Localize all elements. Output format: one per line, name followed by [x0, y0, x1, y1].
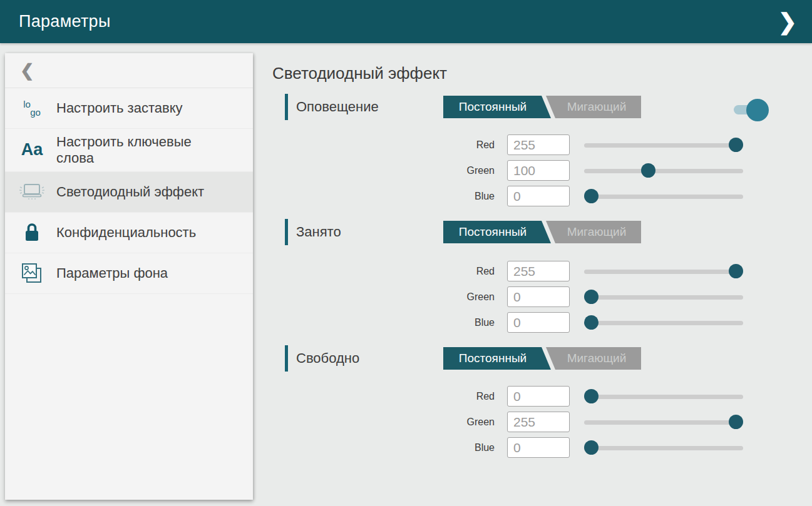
mode-segmented-control: Постоянный Мигающий [443, 96, 641, 118]
mode-constant-label: Постоянный [459, 352, 527, 365]
panel-title: Светодиодный эффект [272, 64, 447, 83]
slider-track [584, 321, 743, 325]
section-accent-bar [285, 219, 288, 245]
sidebar-item-label: Настроить ключевые слова [56, 134, 227, 166]
red-label: Red [285, 386, 495, 407]
green-input[interactable] [507, 160, 570, 181]
section-header: Оповещение [285, 94, 379, 120]
blue-input[interactable] [507, 186, 570, 206]
slider-track [584, 270, 743, 274]
blue-row: Blue [285, 312, 761, 335]
section-busy: Занято Постоянный Мигающий Red Green Blu… [285, 219, 773, 338]
display-glow-icon [18, 182, 46, 202]
sidebar-item-background[interactable]: Параметры фона [5, 253, 253, 294]
page-title: Параметры [19, 12, 111, 31]
slider-thumb[interactable] [584, 290, 599, 304]
slider-track [584, 295, 743, 300]
slider-thumb[interactable] [584, 389, 599, 403]
slider-track [584, 143, 743, 148]
slider-track [584, 395, 743, 399]
mode-blinking-button[interactable]: Мигающий [546, 221, 641, 243]
slider-thumb[interactable] [729, 138, 743, 152]
green-label: Green [285, 412, 495, 432]
red-label: Red [285, 134, 495, 155]
section-header: Свободно [285, 345, 359, 372]
red-row: Red [285, 261, 761, 283]
sidebar-item-label: Параметры фона [56, 265, 168, 281]
red-row: Red [285, 386, 761, 408]
green-label: Green [285, 160, 495, 181]
mode-constant-button[interactable]: Постоянный [443, 221, 551, 243]
red-input[interactable] [507, 134, 570, 155]
red-slider[interactable] [584, 134, 743, 156]
section-label: Занято [296, 219, 341, 245]
slider-thumb[interactable] [729, 415, 743, 429]
red-input[interactable] [507, 261, 570, 281]
sidebar-back-button[interactable]: ❮ [5, 53, 253, 88]
sidebar-item-keywords[interactable]: Aa Настроить ключевые слова [5, 129, 253, 172]
green-slider[interactable] [584, 160, 743, 181]
red-input[interactable] [507, 386, 570, 407]
sidebar-item-label: Конфиденциальность [56, 225, 196, 241]
app-header: Параметры ❯ [0, 0, 812, 43]
blue-row: Blue [285, 437, 761, 460]
notification-enable-switch[interactable] [734, 99, 769, 121]
blue-slider[interactable] [584, 186, 743, 207]
green-slider[interactable] [584, 286, 743, 308]
section-notification: Оповещение Постоянный Мигающий Red Green [285, 94, 773, 213]
blue-label: Blue [285, 437, 495, 458]
mode-blinking-label: Мигающий [567, 225, 627, 239]
slider-thumb[interactable] [729, 264, 743, 278]
logo-icon: logo [18, 100, 46, 116]
mode-blinking-label: Мигающий [567, 352, 627, 365]
sidebar-item-led-effect[interactable]: Светодиодный эффект [5, 172, 253, 213]
mode-constant-label: Постоянный [459, 100, 527, 114]
slider-thumb[interactable] [641, 163, 655, 178]
green-row: Green [285, 286, 761, 309]
sidebar-item-splash-screen[interactable]: logo Настроить заставку [5, 88, 253, 129]
slider-thumb[interactable] [584, 440, 599, 455]
red-slider[interactable] [584, 261, 743, 282]
collapse-panel-icon[interactable]: ❯ [778, 11, 797, 33]
mode-segmented-control: Постоянный Мигающий [443, 347, 641, 370]
section-label: Оповещение [296, 94, 379, 120]
mode-blinking-button[interactable]: Мигающий [546, 347, 641, 370]
blue-row: Blue [285, 186, 761, 208]
slider-thumb[interactable] [584, 315, 599, 330]
mode-blinking-label: Мигающий [567, 100, 627, 114]
section-accent-bar [285, 94, 288, 120]
green-input[interactable] [507, 412, 570, 432]
sidebar-item-privacy[interactable]: Конфиденциальность [5, 213, 253, 253]
sidebar-item-label: Настроить заставку [56, 100, 183, 116]
section-accent-bar [285, 345, 288, 372]
sidebar-item-label: Светодиодный эффект [56, 184, 204, 200]
slider-track [584, 420, 743, 425]
images-icon [18, 262, 46, 285]
green-row: Green [285, 412, 761, 434]
blue-input[interactable] [507, 437, 570, 458]
red-slider[interactable] [584, 386, 743, 407]
green-slider[interactable] [584, 412, 743, 433]
led-effect-panel: Светодиодный эффект Оповещение Постоянны… [272, 43, 798, 506]
back-chevron-icon: ❮ [20, 61, 34, 81]
green-row: Green [285, 160, 761, 183]
mode-segmented-control: Постоянный Мигающий [443, 221, 641, 243]
red-row: Red [285, 134, 761, 157]
mode-blinking-button[interactable]: Мигающий [546, 96, 641, 118]
switch-knob [746, 99, 769, 121]
mode-constant-button[interactable]: Постоянный [443, 347, 551, 370]
blue-slider[interactable] [584, 437, 743, 458]
mode-constant-button[interactable]: Постоянный [443, 96, 551, 118]
blue-slider[interactable] [584, 312, 743, 333]
section-header: Занято [285, 219, 341, 245]
lock-icon [18, 222, 46, 243]
green-input[interactable] [507, 286, 570, 307]
section-label: Свободно [296, 345, 359, 372]
section-free: Свободно Постоянный Мигающий Red Green B… [285, 345, 773, 464]
green-label: Green [285, 286, 495, 307]
slider-track [584, 169, 743, 173]
blue-label: Blue [285, 312, 495, 333]
red-label: Red [285, 261, 495, 281]
slider-thumb[interactable] [584, 189, 599, 203]
blue-input[interactable] [507, 312, 570, 333]
